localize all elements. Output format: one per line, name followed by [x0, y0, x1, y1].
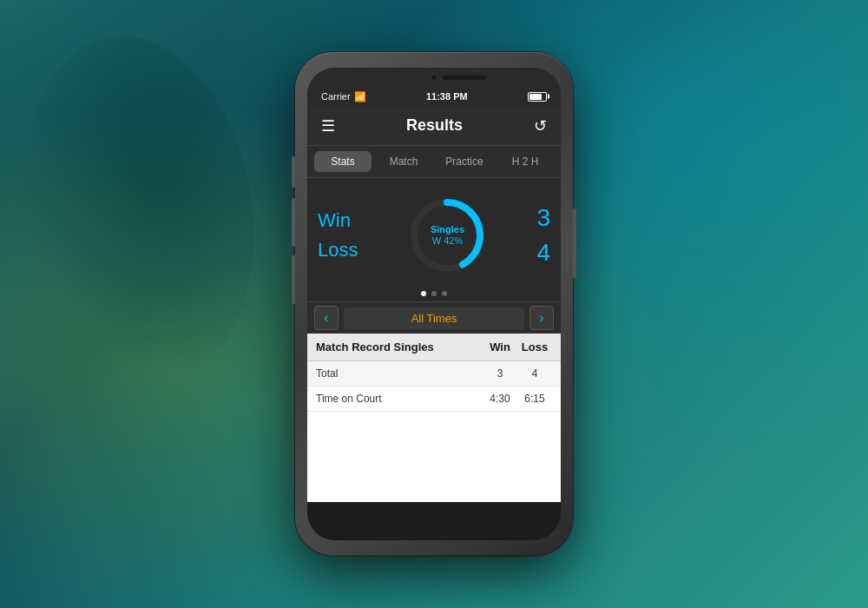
row-1-loss: 4: [517, 367, 552, 380]
phone-shell: Carrier 📶 11:38 PM ☰ Results ↺: [295, 52, 573, 556]
row-2-loss: 6:15: [517, 393, 552, 405]
time-filter-label: All Times: [344, 307, 524, 329]
menu-icon[interactable]: ☰: [321, 116, 335, 135]
time-next-button[interactable]: ›: [529, 306, 554, 330]
table-row: Total 3 4: [307, 361, 561, 387]
donut-type-label: Singles: [431, 224, 464, 235]
table-loss-header: Loss: [517, 340, 552, 354]
carrier-info: Carrier 📶: [321, 91, 366, 102]
dot-1[interactable]: [421, 291, 426, 296]
time-filter-bar: ‹ All Times ›: [307, 301, 561, 334]
tab-practice[interactable]: Practice: [436, 151, 493, 172]
camera-icon: [431, 74, 437, 81]
row-2-win: 4:30: [483, 393, 517, 405]
status-time: 11:38 PM: [426, 91, 468, 102]
side-button-power: [573, 208, 576, 278]
loss-count: 4: [536, 239, 550, 267]
tab-stats[interactable]: Stats: [314, 151, 372, 172]
dot-2[interactable]: [431, 291, 437, 296]
carrier-label: Carrier: [321, 91, 351, 102]
row-1-label: Total: [316, 367, 483, 380]
table-row: Time on Court 4:30 6:15: [307, 387, 561, 412]
side-button-volume-up: [292, 198, 295, 247]
win-loss-numbers: 3 4: [536, 204, 550, 267]
row-2-label: Time on Court: [316, 393, 483, 405]
phone-screen: Carrier 📶 11:38 PM ☰ Results ↺: [307, 68, 561, 540]
nav-bar: ☰ Results ↺: [307, 106, 561, 146]
table-header: Match Record Singles Win Loss: [307, 334, 561, 361]
win-count: 3: [536, 204, 550, 232]
phone-device: Carrier 📶 11:38 PM ☰ Results ↺: [295, 52, 573, 556]
wifi-icon: 📶: [354, 91, 366, 102]
donut-chart: Singles W 42%: [404, 192, 490, 279]
loss-label: Loss: [318, 239, 358, 261]
donut-percent-label: W 42%: [431, 235, 464, 247]
battery-fill: [529, 94, 542, 100]
stats-section: Win Loss Singles W 42%: [307, 178, 561, 286]
dot-3[interactable]: [442, 291, 447, 296]
phone-top-notch: [307, 68, 561, 87]
side-button-mute: [292, 156, 295, 188]
stats-table: Match Record Singles Win Loss Total 3 4 …: [307, 334, 561, 502]
win-label: Win: [318, 209, 358, 232]
table-win-header: Win: [483, 340, 517, 354]
status-bar: Carrier 📶 11:38 PM: [307, 87, 561, 106]
dot-indicators: [307, 286, 561, 301]
win-loss-labels: Win Loss: [318, 209, 358, 261]
table-title: Match Record Singles: [316, 340, 483, 354]
screen-content: ☰ Results ↺ Stats Match Practice: [307, 106, 561, 502]
tab-bar: Stats Match Practice H 2 H: [307, 146, 561, 178]
donut-center-text: Singles W 42%: [431, 224, 464, 247]
time-prev-button[interactable]: ‹: [314, 306, 339, 330]
row-1-win: 3: [483, 367, 517, 380]
speaker-icon: [443, 76, 486, 80]
tab-match[interactable]: Match: [375, 151, 432, 172]
tab-h2h[interactable]: H 2 H: [496, 151, 554, 172]
battery-icon: [528, 92, 547, 102]
side-button-volume-down: [292, 255, 295, 304]
nav-title: Results: [406, 116, 463, 135]
refresh-icon[interactable]: ↺: [534, 116, 547, 135]
